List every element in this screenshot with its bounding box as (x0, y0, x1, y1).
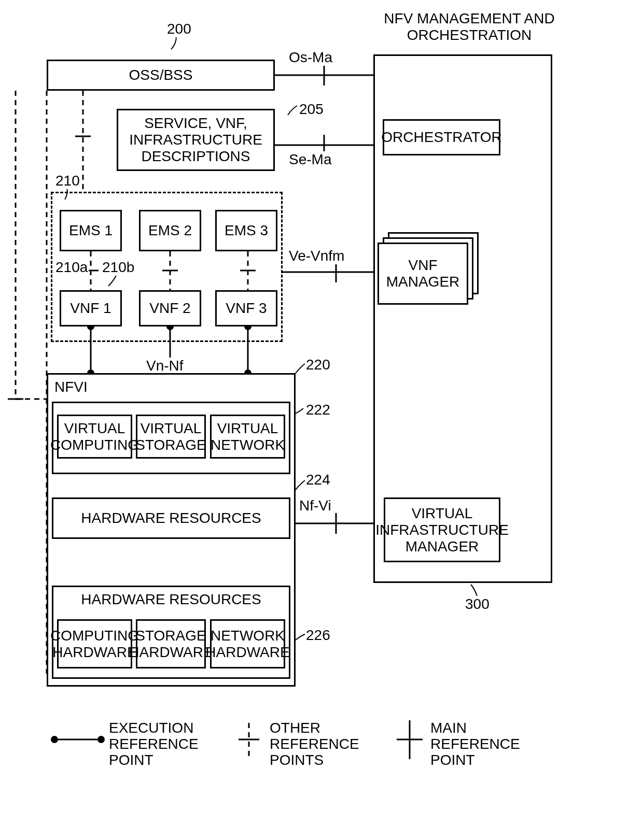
svg-point-42 (97, 736, 105, 743)
ref-200: 200 (166, 21, 192, 37)
block-vim: VIRTUAL INFRASTRUCTURE MANAGER (384, 497, 500, 562)
legend-other: OTHER REFERENCE POINTS (270, 720, 359, 768)
ref-205: 205 (298, 101, 325, 118)
block-vcomp: VIRTUAL COMPUTING (57, 415, 132, 459)
block-ossbss: OSS/BSS (47, 60, 275, 91)
label-vevnfm: Ve-Vnfm (288, 248, 345, 264)
block-vnfmgr: VNF MANAGER (378, 243, 468, 305)
ref-210: 210 (54, 173, 81, 189)
block-vstor: VIRTUAL STORAGE (136, 415, 206, 459)
svg-point-41 (51, 736, 58, 743)
label-vnnf: Vn-Nf (145, 358, 185, 374)
block-shw: STORAGE HARDWARE (136, 619, 206, 668)
block-ems3: EMS 3 (215, 210, 277, 251)
ref-300: 300 (464, 596, 491, 613)
block-orchestrator: ORCHESTRATOR (383, 119, 500, 155)
block-ems2: EMS 2 (139, 210, 201, 251)
hwres2-label: HARDWARE RESOURCES (81, 591, 261, 608)
block-vnf3: VNF 3 (215, 290, 277, 326)
legend-main-text: MAIN REFERENCE POINT (430, 720, 520, 768)
legend-exec-text: EXECUTION REFERENCE POINT (109, 720, 199, 768)
block-ems1: EMS 1 (60, 210, 122, 251)
legend-main: MAIN REFERENCE POINT (430, 720, 520, 768)
ref-220: 220 (305, 357, 331, 373)
block-nhw: NETWORK HARDWARE (210, 619, 285, 668)
legend-exec: EXECUTION REFERENCE POINT (109, 720, 199, 768)
block-vnf1: VNF 1 (60, 290, 122, 326)
label-osma: Os-Ma (288, 49, 333, 66)
mano-title: NFV MANAGEMENT AND ORCHESTRATION (371, 10, 568, 44)
block-descriptions: SERVICE, VNF, INFRASTRUCTURE DESCRIPTION… (117, 109, 275, 171)
ref-224: 224 (305, 472, 331, 488)
label-sema: Se-Ma (288, 151, 332, 168)
label-nfvi: Nf-Vi (298, 497, 332, 514)
nfvi-label: NFVI (54, 379, 88, 395)
block-vnet: VIRTUAL NETWORK (210, 415, 285, 459)
block-vnf2: VNF 2 (139, 290, 201, 326)
block-hwres1: HARDWARE RESOURCES (52, 497, 290, 539)
ref-222: 222 (305, 402, 331, 418)
block-chw: COMPUTING HARDWARE (57, 619, 132, 668)
ref-226: 226 (305, 627, 331, 644)
legend-other-text: OTHER REFERENCE POINTS (270, 720, 359, 768)
